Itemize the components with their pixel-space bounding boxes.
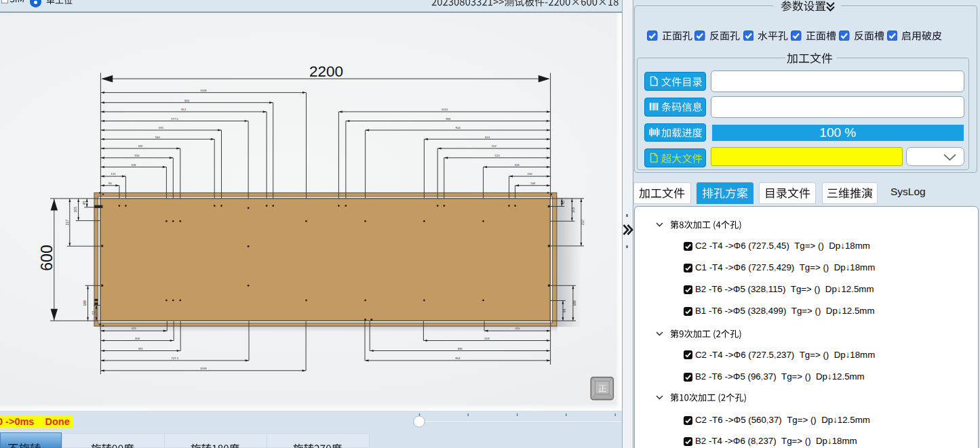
svg-text:904: 904 [455,357,460,360]
svg-text:168: 168 [83,300,87,306]
svg-text:320: 320 [515,327,520,330]
svg-text:72: 72 [92,311,96,315]
svg-text:552: 552 [492,144,497,148]
svg-text:880: 880 [458,347,463,350]
svg-text:996: 996 [446,117,451,121]
svg-text:325: 325 [132,327,137,330]
svg-text:105: 105 [73,207,77,213]
svg-text:391: 391 [138,347,144,350]
svg-text:392: 392 [138,144,144,148]
svg-text:2200: 2200 [309,63,343,80]
svg-text:328: 328 [131,163,136,167]
svg-text:200: 200 [528,172,533,176]
svg-text:96: 96 [109,182,112,185]
svg-text:217: 217 [65,220,69,226]
svg-text:618: 618 [484,337,490,340]
svg-text:45: 45 [82,201,86,205]
svg-text:1032: 1032 [442,108,448,111]
svg-text:328: 328 [515,163,520,167]
svg-text:94: 94 [562,308,566,312]
svg-text:217: 217 [581,220,585,226]
svg-text:1008: 1008 [200,367,207,370]
svg-text:812: 812 [181,108,187,111]
svg-text:727.5: 727.5 [171,357,178,360]
svg-text:45: 45 [561,201,565,205]
svg-text:1008: 1008 [200,89,207,92]
svg-text:591: 591 [159,126,164,129]
svg-text:904: 904 [456,126,461,129]
svg-text:358: 358 [135,337,140,340]
svg-text:844: 844 [184,99,190,102]
svg-text:520: 520 [495,154,501,157]
svg-text:560: 560 [155,136,161,139]
svg-text:614: 614 [485,136,490,139]
svg-text:356: 356 [134,154,140,157]
svg-text:727.5: 727.5 [171,117,178,121]
svg-text:105: 105 [571,207,575,213]
svg-text:600: 600 [38,245,56,270]
svg-text:168: 168 [572,300,576,306]
svg-text:122: 122 [111,172,116,176]
svg-text:168: 168 [530,182,536,185]
